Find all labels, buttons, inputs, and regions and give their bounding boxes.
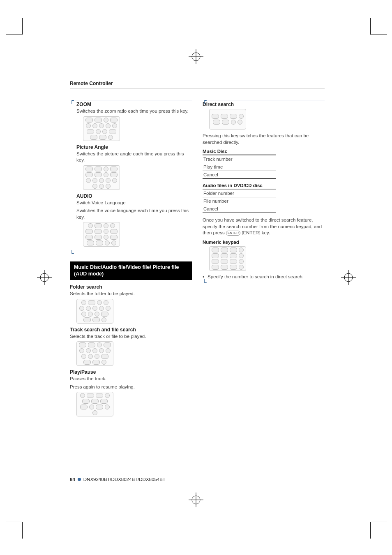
registration-target-icon	[189, 493, 203, 507]
hook-rule: ┌	[70, 97, 192, 100]
registration-target-icon	[189, 49, 203, 64]
remote-keypad-illustration	[76, 299, 113, 324]
audio-files-subhead: Audio files in DVD/CD disc	[203, 183, 325, 188]
mode-block-heading: Music Disc/Audio file/Video file/ Pictur…	[70, 261, 192, 280]
section-header: Remote Controller	[70, 81, 325, 86]
table-row: Cancel	[203, 205, 276, 213]
music-disc-subhead: Music Disc	[203, 149, 325, 154]
remote-keypad-illustration	[209, 246, 246, 271]
play-pause-heading: Play/Pause	[70, 369, 192, 375]
table-row: Track number	[203, 155, 276, 163]
music-disc-table: Track number Play time Cancel	[203, 155, 276, 179]
picture-angle-heading: Picture Angle	[70, 144, 192, 150]
picture-angle-desc: Switches the picture angle each time you…	[70, 151, 192, 164]
footer-dot-icon	[78, 478, 81, 481]
play-pause-line1: Pauses the track.	[70, 376, 192, 382]
registration-target-icon	[37, 270, 52, 285]
hook-start-icon: ┌	[70, 99, 73, 102]
page-number: 84	[70, 477, 75, 482]
table-row: Cancel	[203, 171, 276, 178]
table-row: Folder number	[203, 189, 276, 197]
track-search-heading: Track search and file search	[70, 327, 192, 333]
audio-heading: AUDIO	[70, 193, 192, 199]
zoom-heading: ZOOM	[70, 102, 192, 107]
numeric-keypad-subhead: Numeric keypad	[203, 240, 325, 245]
audio-desc: Switches the voice language each time yo…	[70, 208, 192, 220]
remote-keypad-illustration	[76, 392, 113, 416]
table-row: File number	[203, 197, 276, 205]
play-pause-line2: Press again to resume playing.	[70, 384, 192, 391]
enter-key-icon: ENTER	[226, 231, 240, 236]
audio-sub: Switch Voice Language	[70, 200, 192, 206]
numeric-keypad-bullet: • Specify the number to search in direct…	[203, 274, 325, 279]
folder-search-heading: Folder search	[70, 284, 192, 290]
left-column: ┌ ZOOM Switches the zoom ratio each time…	[70, 93, 192, 420]
folder-search-desc: Selects the folder to be played.	[70, 291, 192, 297]
page-footer: 84 DNX9240BT/DDX8024BT/DDX8054BT	[70, 477, 325, 482]
direct-search-desc: Pressing this key switches the features …	[203, 133, 325, 146]
bullet-icon: •	[203, 274, 204, 279]
hook-rule: ┌	[203, 97, 325, 100]
footer-models: DNX9240BT/DDX8024BT/DDX8054BT	[83, 477, 166, 482]
after-switch-text: Once you have switched to the direct sea…	[203, 217, 325, 236]
audio-files-table: Folder number File number Cancel	[203, 189, 276, 213]
hook-start-icon: ┌	[203, 99, 206, 102]
zoom-desc: Switches the zoom ratio each time you pr…	[70, 108, 192, 115]
remote-keypad-illustration	[209, 109, 246, 130]
right-column: ┌ Direct search Pressing this key switch…	[203, 93, 325, 420]
registration-target-icon	[341, 270, 356, 285]
hook-end-icon: └	[70, 250, 192, 257]
header-rule	[70, 88, 325, 88]
remote-keypad-illustration	[76, 341, 113, 366]
table-row: Play time	[203, 163, 276, 171]
track-search-desc: Selects the track or file to be played.	[70, 333, 192, 340]
hook-end-icon: └	[203, 279, 325, 286]
remote-keypad-illustration	[83, 222, 120, 247]
remote-keypad-illustration	[83, 116, 120, 141]
direct-search-heading: Direct search	[203, 102, 325, 107]
remote-keypad-illustration	[83, 165, 120, 190]
